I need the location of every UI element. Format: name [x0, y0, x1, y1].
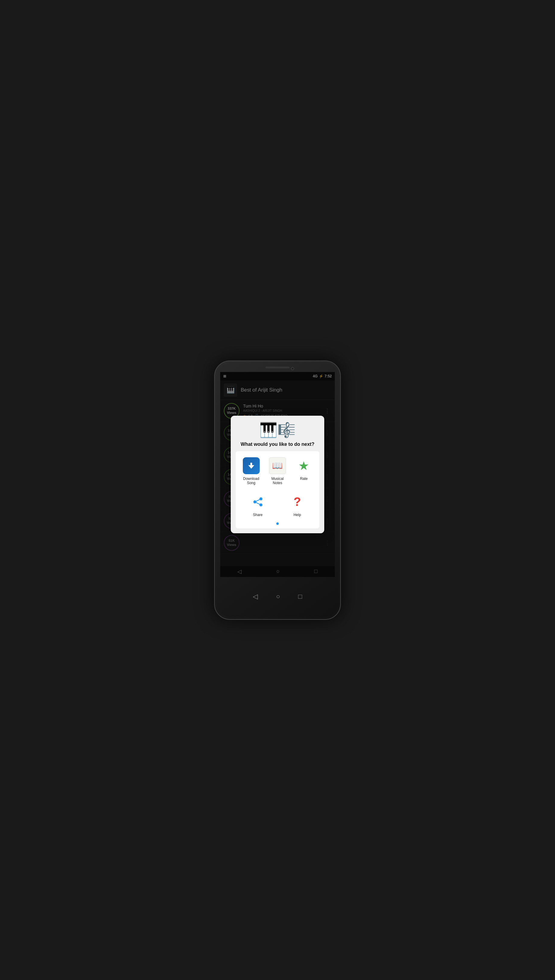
hardware-recents[interactable]: □	[298, 593, 302, 601]
download-label: Download Song	[241, 476, 262, 485]
share-button[interactable]: Share	[239, 491, 276, 520]
svg-line-5	[255, 499, 261, 502]
rate-label: Rate	[300, 476, 308, 481]
hardware-home[interactable]: ○	[276, 593, 280, 601]
svg-line-6	[255, 502, 261, 505]
phone-screen: ▦ 4G ⚡ 7:52 🎹 Best of Arijit Singh 337K …	[220, 372, 335, 577]
page-dot-indicator	[276, 523, 279, 525]
musical-notes-label: Musical Notes	[267, 476, 288, 485]
hardware-back[interactable]: ◁	[253, 593, 258, 601]
share-icon	[249, 494, 266, 510]
dialog-mascot: 🎹🎼	[260, 422, 295, 439]
help-icon: ?	[289, 494, 306, 510]
download-song-button[interactable]: Download Song	[239, 455, 263, 488]
dialog-row-2: Share ? Help	[239, 491, 316, 520]
musical-notes-icon: 📖	[269, 457, 286, 474]
musical-notes-button[interactable]: 📖 Musical Notes	[265, 455, 289, 488]
dialog-grid-container: Download Song 📖 Musical Notes ★	[236, 451, 319, 528]
phone-camera	[291, 367, 294, 370]
share-label: Share	[253, 513, 262, 517]
dialog-title: What would you like to do next?	[241, 441, 314, 447]
rate-button[interactable]: ★ Rate	[292, 455, 316, 488]
svg-rect-1	[250, 463, 252, 466]
phone-speaker	[265, 366, 290, 368]
rate-icon: ★	[295, 457, 312, 474]
help-label: Help	[294, 513, 301, 517]
help-button[interactable]: ? Help	[279, 491, 316, 520]
phone-hardware-nav: ◁ ○ □	[253, 577, 302, 619]
download-icon	[243, 457, 260, 474]
dialog-overlay[interactable]: 🎹🎼 What would you like to do next?	[220, 372, 335, 577]
dialog-row-1: Download Song 📖 Musical Notes ★	[239, 455, 316, 488]
phone-device: ▦ 4G ⚡ 7:52 🎹 Best of Arijit Singh 337K …	[214, 361, 341, 620]
action-dialog: 🎹🎼 What would you like to do next?	[231, 416, 324, 533]
